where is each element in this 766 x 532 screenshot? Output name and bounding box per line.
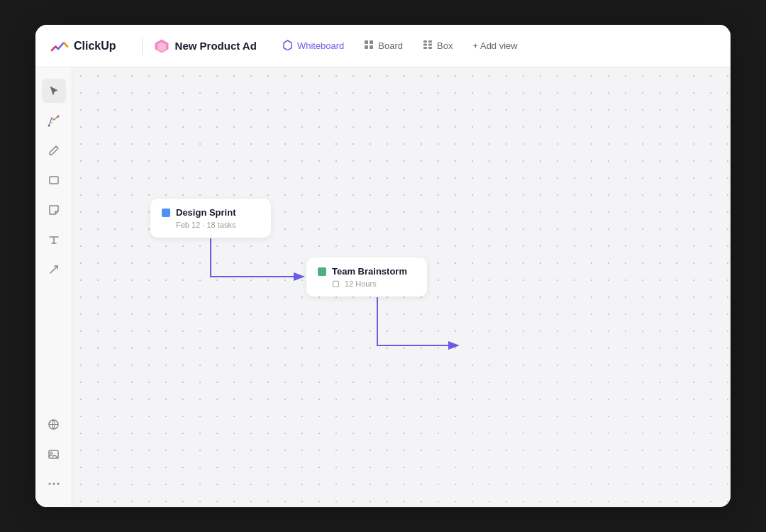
design-sprint-meta: Feb 12 · 18 tasks — [176, 221, 260, 229]
clock-icon — [332, 280, 340, 288]
box-tab-icon — [423, 40, 433, 52]
nav-tabs: Whiteboard Board — [274, 35, 526, 57]
svg-point-13 — [57, 115, 60, 117]
sticky-note-tool[interactable] — [42, 198, 66, 222]
svg-rect-24 — [333, 281, 339, 287]
pen-tool[interactable] — [42, 138, 66, 162]
board-tab-label: Board — [378, 40, 403, 51]
team-brainstorm-meta: 12 Hours — [332, 279, 416, 288]
box-tab-label: Box — [437, 40, 453, 51]
whiteboard-tab-label: Whiteboard — [297, 40, 344, 51]
project-icon — [154, 38, 170, 54]
svg-rect-16 — [50, 177, 58, 184]
team-brainstorm-dot — [318, 267, 326, 276]
main-area: Design Sprint Feb 12 · 18 tasks Team Bra… — [35, 67, 731, 507]
project-title: New Product Ad — [175, 40, 257, 52]
svg-point-22 — [57, 483, 59, 485]
svg-rect-7 — [423, 40, 427, 43]
svg-rect-4 — [370, 40, 373, 44]
design-sprint-meta-text: Feb 12 · 18 tasks — [176, 221, 235, 229]
globe-tool[interactable] — [42, 412, 66, 436]
image-tool[interactable] — [42, 442, 66, 466]
logo-text: ClickUp — [74, 40, 116, 52]
team-brainstorm-meta-text: 12 Hours — [345, 279, 377, 288]
more-tools[interactable] — [42, 472, 66, 496]
board-tab-icon — [364, 40, 374, 52]
magic-pen-tool[interactable] — [42, 109, 66, 133]
logo-area[interactable]: ClickUp — [50, 36, 116, 56]
svg-marker-2 — [284, 40, 292, 50]
design-sprint-card[interactable]: Design Sprint Feb 12 · 18 tasks — [150, 199, 271, 238]
tab-box[interactable]: Box — [414, 35, 461, 56]
text-tool[interactable] — [42, 228, 66, 252]
add-view-label: + Add view — [472, 40, 517, 51]
svg-rect-5 — [365, 45, 368, 49]
design-sprint-dot — [162, 209, 170, 217]
svg-rect-10 — [428, 44, 432, 46]
svg-point-15 — [51, 122, 52, 123]
design-sprint-card-header: Design Sprint — [162, 207, 260, 218]
connector-tool[interactable] — [42, 257, 66, 282]
svg-point-19 — [50, 452, 52, 454]
design-sprint-title: Design Sprint — [176, 207, 236, 218]
svg-rect-11 — [423, 47, 427, 49]
whiteboard-tab-icon — [282, 40, 293, 52]
svg-rect-9 — [423, 44, 427, 46]
svg-rect-6 — [370, 45, 373, 49]
header-divider — [142, 38, 143, 55]
clickup-logo-icon — [50, 36, 70, 56]
svg-rect-3 — [365, 40, 368, 44]
team-brainstorm-card-header: Team Brainstorm — [318, 266, 416, 277]
rectangle-tool[interactable] — [42, 168, 66, 192]
cursor-tool[interactable] — [42, 79, 66, 103]
app-window: ClickUp New Product Ad Whiteboard — [35, 25, 731, 507]
team-brainstorm-title: Team Brainstorm — [332, 266, 407, 277]
svg-point-21 — [52, 483, 55, 485]
svg-point-20 — [48, 483, 50, 485]
connector-2 — [377, 297, 458, 345]
add-view-button[interactable]: + Add view — [464, 36, 526, 55]
svg-point-14 — [48, 124, 50, 126]
svg-rect-8 — [428, 40, 432, 43]
left-toolbar — [35, 67, 72, 507]
tab-whiteboard[interactable]: Whiteboard — [274, 35, 353, 57]
canvas[interactable]: Design Sprint Feb 12 · 18 tasks Team Bra… — [72, 67, 731, 507]
header: ClickUp New Product Ad Whiteboard — [35, 25, 731, 67]
svg-rect-12 — [428, 47, 432, 49]
tab-board[interactable]: Board — [355, 35, 411, 56]
connector-1 — [211, 238, 304, 277]
team-brainstorm-card[interactable]: Team Brainstorm 12 Hours — [306, 257, 427, 297]
